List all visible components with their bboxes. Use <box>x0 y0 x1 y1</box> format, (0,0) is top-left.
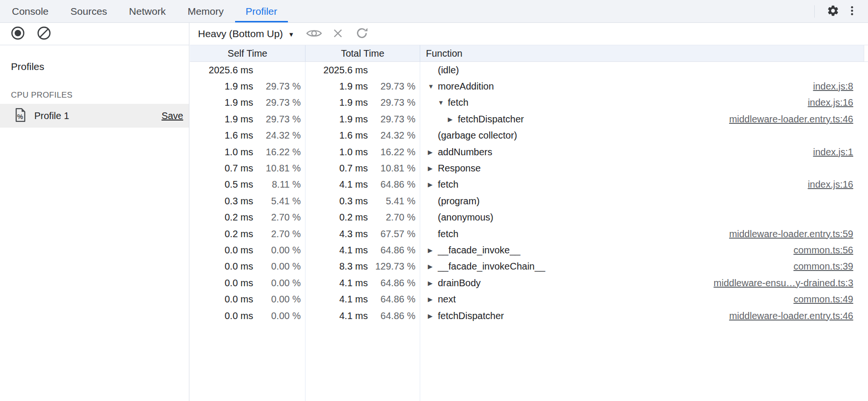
function-name: Response <box>438 163 481 174</box>
column-header-self-time[interactable]: Self Time <box>190 45 306 61</box>
table-row[interactable]: 1.0 ms 16.22 % 1.0 ms 16.22 % ▶ addNumbe… <box>190 144 868 160</box>
table-row[interactable]: 1.9 ms 29.73 % 1.9 ms 29.73 % ▼ moreAddi… <box>190 78 868 94</box>
total-time-percent: 29.73 % <box>368 97 415 108</box>
source-link[interactable]: index.js:16 <box>808 97 868 108</box>
profile-item-profile-1[interactable]: % Profile 1 Save <box>0 104 189 128</box>
function-name: fetch <box>438 179 458 190</box>
expand-arrow-icon[interactable]: ▶ <box>428 247 438 254</box>
total-time-value: 4.1 ms <box>306 278 368 289</box>
function-cell: ▶ fetch index.js:16 <box>420 179 868 190</box>
clear-profiles-button[interactable] <box>34 24 53 43</box>
expand-arrow-icon[interactable]: ▶ <box>428 165 438 172</box>
self-time-value: 0.0 ms <box>190 311 253 321</box>
self-time-value: 0.2 ms <box>190 229 253 240</box>
table-row[interactable]: 0.2 ms 2.70 % 0.2 ms 2.70 % (anonymous) <box>190 210 868 226</box>
record-icon <box>10 26 25 42</box>
column-header-total-time[interactable]: Total Time <box>306 45 420 61</box>
total-time-percent: 64.86 % <box>368 311 415 321</box>
tab-profiler[interactable]: Profiler <box>235 0 288 22</box>
table-row[interactable]: 0.0 ms 0.00 % 4.1 ms 64.86 % ▶ __facade_… <box>190 242 868 258</box>
table-row[interactable]: 0.5 ms 8.11 % 4.1 ms 64.86 % ▶ fetch ind… <box>190 177 868 193</box>
self-time-percent: 16.22 % <box>253 147 301 158</box>
table-row[interactable]: 0.0 ms 0.00 % 4.1 ms 64.86 % ▶ fetchDisp… <box>190 308 868 324</box>
self-time-cell: 0.0 ms 0.00 % <box>190 278 306 289</box>
table-row[interactable]: 0.3 ms 5.41 % 0.3 ms 5.41 % (program) <box>190 193 868 209</box>
total-time-percent: 64.86 % <box>368 179 415 190</box>
profiles-sidebar: Profiles CPU PROFILES % Profile 1 Save <box>0 23 189 401</box>
expand-arrow-icon[interactable]: ▶ <box>428 263 438 270</box>
table-row[interactable]: 2025.6 ms 2025.6 ms (idle) <box>190 62 868 78</box>
self-time-cell: 0.5 ms 8.11 % <box>190 179 306 190</box>
self-time-cell: 1.9 ms 29.73 % <box>190 97 306 108</box>
tab-label: Profiler <box>246 6 277 17</box>
tab-memory[interactable]: Memory <box>177 0 235 22</box>
profile-document-icon: % <box>14 108 27 124</box>
table-row[interactable]: 1.6 ms 24.32 % 1.6 ms 24.32 % (garbage c… <box>190 128 868 144</box>
tab-label: Memory <box>187 6 224 17</box>
source-link[interactable]: common.ts:56 <box>793 245 868 256</box>
total-time-percent: 2.70 % <box>368 212 415 223</box>
tab-label: Network <box>129 6 166 17</box>
tab-list: Console Sources Network Memory Profiler <box>0 0 288 22</box>
table-header: Self Time Total Time Function <box>190 45 868 62</box>
function-name: __facade_invokeChain__ <box>438 261 545 272</box>
more-options-button[interactable] <box>842 2 861 21</box>
function-name: drainBody <box>438 278 481 289</box>
total-time-cell: 2025.6 ms <box>306 65 420 76</box>
tab-network[interactable]: Network <box>118 0 177 22</box>
self-time-cell: 0.0 ms 0.00 % <box>190 311 306 321</box>
toolbar-icons <box>305 24 371 43</box>
expand-arrow-icon[interactable]: ▶ <box>428 181 438 188</box>
self-time-cell: 0.7 ms 10.81 % <box>190 163 306 174</box>
exclude-function-button[interactable] <box>328 24 347 43</box>
expand-arrow-icon[interactable]: ▼ <box>438 99 448 106</box>
table-row[interactable]: 0.0 ms 0.00 % 4.1 ms 64.86 % ▶ drainBody… <box>190 275 868 291</box>
source-link[interactable]: index.js:16 <box>808 179 868 190</box>
function-name: (program) <box>438 196 480 207</box>
focus-function-button[interactable] <box>305 24 324 43</box>
tab-sources[interactable]: Sources <box>59 0 118 22</box>
total-time-value: 0.3 ms <box>306 196 368 207</box>
restore-functions-button[interactable] <box>352 24 371 43</box>
expand-arrow-icon[interactable]: ▼ <box>428 83 438 90</box>
source-link[interactable]: common.ts:39 <box>793 261 868 272</box>
view-mode-dropdown[interactable]: Heavy (Bottom Up) ▼ <box>198 28 294 40</box>
total-time-value: 1.9 ms <box>306 97 368 108</box>
source-link[interactable]: index.js:8 <box>813 81 868 92</box>
expand-arrow-icon[interactable]: ▶ <box>428 280 438 287</box>
expand-arrow-icon[interactable]: ▶ <box>428 296 438 303</box>
self-time-cell: 0.0 ms 0.00 % <box>190 294 306 305</box>
table-row[interactable]: 1.9 ms 29.73 % 1.9 ms 29.73 % ▶ fetchDis… <box>190 111 868 127</box>
table-row[interactable]: 0.0 ms 0.00 % 8.3 ms 129.73 % ▶ __facade… <box>190 259 868 275</box>
table-row[interactable]: 0.2 ms 2.70 % 4.3 ms 67.57 % fetch middl… <box>190 226 868 242</box>
source-link[interactable]: middleware-loader.entry.ts:46 <box>729 311 868 321</box>
source-link[interactable]: common.ts:49 <box>793 294 868 305</box>
save-profile-link[interactable]: Save <box>161 110 183 121</box>
total-time-value: 0.2 ms <box>306 212 368 223</box>
total-time-percent: 16.22 % <box>368 147 415 158</box>
self-time-percent: 29.73 % <box>253 81 301 92</box>
source-link[interactable]: middleware-ensu…y-drained.ts:3 <box>714 278 868 289</box>
total-time-percent: 67.57 % <box>368 229 415 240</box>
table-row[interactable]: 0.0 ms 0.00 % 4.1 ms 64.86 % ▶ next comm… <box>190 291 868 307</box>
function-cell: ▶ drainBody middleware-ensu…y-drained.ts… <box>420 278 868 289</box>
self-time-cell: 0.2 ms 2.70 % <box>190 212 306 223</box>
function-cell: ▶ addNumbers index.js:1 <box>420 147 868 158</box>
expand-arrow-icon[interactable]: ▶ <box>428 312 438 320</box>
tab-console[interactable]: Console <box>1 0 59 22</box>
self-time-value: 0.0 ms <box>190 261 253 272</box>
source-link[interactable]: index.js:1 <box>813 147 868 158</box>
source-link[interactable]: middleware-loader.entry.ts:46 <box>729 114 868 125</box>
expand-arrow-icon[interactable]: ▶ <box>448 116 458 123</box>
profile-table-body: 2025.6 ms 2025.6 ms (idle) 1.9 ms 29.73 … <box>190 62 868 401</box>
table-row[interactable]: 1.9 ms 29.73 % 1.9 ms 29.73 % ▼ fetch in… <box>190 95 868 111</box>
source-link[interactable]: middleware-loader.entry.ts:59 <box>729 229 868 240</box>
settings-button[interactable] <box>823 2 842 21</box>
devtools-tab-bar: Console Sources Network Memory Profiler <box>0 0 868 23</box>
column-header-function[interactable]: Function <box>420 45 864 61</box>
refresh-icon <box>355 27 368 41</box>
table-row[interactable]: 0.7 ms 10.81 % 0.7 ms 10.81 % ▶ Response <box>190 160 868 176</box>
total-time-cell: 4.1 ms 64.86 % <box>306 245 420 256</box>
record-profile-button[interactable] <box>8 24 27 43</box>
expand-arrow-icon[interactable]: ▶ <box>428 149 438 156</box>
